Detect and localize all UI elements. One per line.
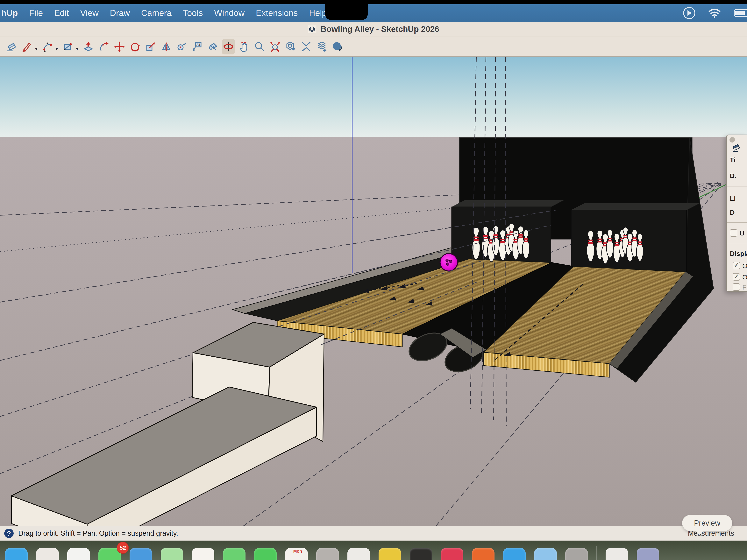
toolbar: ▾ ▾ ▾ A1 xyxy=(0,37,747,57)
shadows-light-label: Li xyxy=(730,195,736,202)
arc-tool-dropdown[interactable]: ▾ xyxy=(55,46,58,52)
menu-item-view[interactable]: View xyxy=(80,8,99,18)
preview-tooltip: Preview xyxy=(682,515,732,531)
pan-tool-button[interactable] xyxy=(237,39,250,54)
menu-item-tools[interactable]: Tools xyxy=(183,8,203,18)
title-bar: Bowling Alley - SketchUp 2026 xyxy=(0,22,747,37)
dock-icon-whatsapp[interactable] xyxy=(254,548,277,560)
push-pull-tool-button[interactable] xyxy=(82,39,95,54)
move-tool-button[interactable] xyxy=(113,39,126,54)
3d-warehouse-button[interactable] xyxy=(284,39,297,54)
dock-icon-photos[interactable] xyxy=(192,548,214,560)
display-from-edges-checkbox[interactable] xyxy=(732,283,740,291)
display-on-ground-checkbox[interactable] xyxy=(732,273,740,281)
panel-close-dot[interactable] xyxy=(729,137,735,142)
calendar-day-label: Mon xyxy=(290,549,305,554)
display-from-edges-label: Fr xyxy=(742,284,747,291)
add-location-button[interactable] xyxy=(331,39,344,54)
menu-item-camera[interactable]: Camera xyxy=(141,8,172,18)
dock-icon-preview-app[interactable] xyxy=(316,548,339,560)
display-heading: Displa xyxy=(730,250,747,258)
send-to-layout-button[interactable] xyxy=(315,39,328,54)
menu-item-edit[interactable]: Edit xyxy=(54,8,69,18)
dock-icon-orange-app[interactable] xyxy=(472,548,494,560)
arc-tool-button[interactable] xyxy=(41,39,54,54)
line-tool-button[interactable] xyxy=(21,39,33,54)
menu-app-name[interactable]: hUp xyxy=(1,8,18,18)
tape-measure-tool-button[interactable] xyxy=(175,39,188,54)
dock-icon-gray-app[interactable] xyxy=(565,548,588,560)
rectangle-tool-button[interactable] xyxy=(61,39,74,54)
menu-bar: hUp File Edit View Draw Camera Tools Win… xyxy=(0,4,747,22)
rectangle-tool-dropdown[interactable]: ▾ xyxy=(76,46,78,52)
dock-icon-mail[interactable] xyxy=(130,548,152,560)
screen-recording-icon[interactable] xyxy=(683,7,695,19)
text-tool-button[interactable]: A1 xyxy=(191,39,204,54)
preview-tooltip-text: Preview xyxy=(694,519,720,527)
menu-item-help[interactable]: Help xyxy=(309,8,327,18)
scale-tool-button[interactable] xyxy=(144,39,157,54)
dock-icon-files-app[interactable] xyxy=(606,548,628,560)
menu-item-window[interactable]: Window xyxy=(214,8,245,18)
dock-icon-app-store[interactable] xyxy=(36,548,59,560)
viewport-canvas[interactable] xyxy=(0,57,747,526)
window-title: Bowling Alley - SketchUp 2026 xyxy=(320,25,439,34)
dock-icon-lightblue-app[interactable] xyxy=(534,548,557,560)
notification-badge: 52 xyxy=(117,542,129,554)
battery-icon[interactable] xyxy=(734,9,747,17)
dock-icon-blue-app[interactable] xyxy=(503,548,525,560)
dock: 52 Mon xyxy=(0,540,747,560)
dock-icon-black-app[interactable] xyxy=(410,548,432,560)
sky xyxy=(0,57,747,138)
wifi-icon[interactable] xyxy=(708,8,721,18)
help-icon[interactable]: ? xyxy=(4,529,14,538)
dock-icon-safari[interactable] xyxy=(67,548,90,560)
display-on-faces-checkbox[interactable] xyxy=(732,262,740,269)
dock-icon-red-app[interactable] xyxy=(441,548,463,560)
display-on-faces-label: O xyxy=(742,262,747,269)
use-sun-label: U xyxy=(740,230,745,237)
zoom-extents-tool-button[interactable] xyxy=(269,39,282,54)
menu-item-file[interactable]: File xyxy=(29,8,43,18)
status-message: Drag to orbit. Shift = Pan, Option = sus… xyxy=(18,529,178,537)
rotate-tool-button[interactable] xyxy=(129,39,141,54)
dock-icon-finder[interactable] xyxy=(5,548,28,560)
paint-bucket-tool-button[interactable] xyxy=(206,39,219,54)
eraser-tool-button[interactable] xyxy=(5,39,18,54)
follow-me-tool-button[interactable] xyxy=(98,39,110,54)
bowling-ball[interactable] xyxy=(440,254,458,271)
shadows-panel-icon xyxy=(732,144,742,153)
dock-icon-yellow-app[interactable] xyxy=(379,548,401,560)
shadows-dark-label: D xyxy=(730,209,735,216)
flip-tool-button[interactable] xyxy=(160,39,173,54)
display-on-ground-label: O xyxy=(742,273,747,281)
zoom-tool-button[interactable] xyxy=(253,39,266,54)
shadows-date-label: D. xyxy=(730,172,737,180)
svg-text:A1: A1 xyxy=(196,43,201,47)
status-bar: ? Drag to orbit. Shift = Pan, Option = s… xyxy=(0,526,747,540)
camera-notch xyxy=(325,0,368,20)
line-tool-dropdown[interactable]: ▾ xyxy=(35,46,37,52)
dock-icon-notes[interactable] xyxy=(223,548,246,560)
sketchup-logo-icon xyxy=(308,25,316,33)
shadows-panel: Ti D. Li D U Displa O O Fr xyxy=(726,135,747,292)
extension-warehouse-button[interactable] xyxy=(300,39,313,54)
menu-item-draw[interactable]: Draw xyxy=(110,8,130,18)
menu-item-extensions[interactable]: Extensions xyxy=(256,8,298,18)
dock-icon-facetime[interactable] xyxy=(161,548,183,560)
dock-icon-divider xyxy=(596,546,597,560)
use-sun-checkbox[interactable] xyxy=(730,229,737,237)
orbit-tool-button[interactable] xyxy=(222,39,235,54)
shadows-time-label: Ti xyxy=(730,156,736,164)
dock-icon-purple-app[interactable] xyxy=(637,548,659,560)
dock-icon-white-app[interactable] xyxy=(347,548,370,560)
